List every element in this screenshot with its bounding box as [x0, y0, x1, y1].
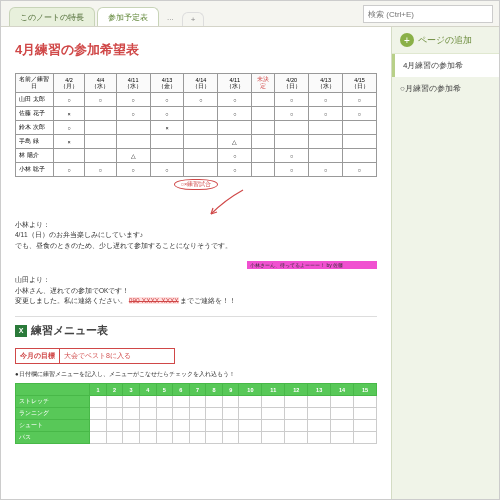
cell[interactable]: ○	[275, 163, 309, 177]
tab-note-features[interactable]: このノートの特長	[9, 7, 95, 26]
add-page-button[interactable]: + ページの追加	[392, 27, 499, 54]
cell[interactable]: △	[218, 135, 252, 149]
cell[interactable]	[184, 121, 218, 135]
cell[interactable]	[275, 135, 309, 149]
cell[interactable]	[85, 135, 116, 149]
cell[interactable]: ○	[218, 93, 252, 107]
cell[interactable]	[252, 163, 275, 177]
cell[interactable]	[309, 149, 343, 163]
menu-cell[interactable]	[123, 420, 140, 432]
menu-cell[interactable]	[239, 396, 262, 408]
menu-cell[interactable]	[222, 408, 239, 420]
menu-cell[interactable]	[239, 408, 262, 420]
menu-cell[interactable]	[222, 432, 239, 444]
menu-cell[interactable]	[106, 408, 123, 420]
cell[interactable]: ○	[218, 163, 252, 177]
cell[interactable]	[150, 135, 184, 149]
menu-cell[interactable]	[331, 396, 354, 408]
cell[interactable]	[343, 135, 377, 149]
menu-cell[interactable]	[156, 420, 173, 432]
menu-cell[interactable]	[106, 432, 123, 444]
menu-cell[interactable]	[308, 432, 331, 444]
page-item-2[interactable]: ○月練習の参加希	[392, 77, 499, 100]
menu-cell[interactable]	[262, 396, 285, 408]
menu-cell[interactable]	[206, 432, 223, 444]
cell[interactable]	[116, 121, 150, 135]
cell[interactable]	[252, 93, 275, 107]
menu-cell[interactable]	[206, 408, 223, 420]
cell[interactable]	[309, 121, 343, 135]
menu-cell[interactable]	[206, 420, 223, 432]
menu-cell[interactable]	[139, 396, 156, 408]
menu-cell[interactable]	[173, 408, 190, 420]
menu-cell[interactable]	[139, 420, 156, 432]
page-item-1[interactable]: 4月練習の参加希	[392, 54, 499, 77]
cell[interactable]: ○	[53, 163, 84, 177]
cell[interactable]	[116, 135, 150, 149]
cell[interactable]: ○	[116, 163, 150, 177]
cell[interactable]: ○	[218, 149, 252, 163]
menu-cell[interactable]	[308, 408, 331, 420]
cell[interactable]	[275, 121, 309, 135]
menu-cell[interactable]	[285, 408, 308, 420]
cell[interactable]: ×	[53, 135, 84, 149]
menu-cell[interactable]	[106, 396, 123, 408]
menu-cell[interactable]	[90, 432, 107, 444]
cell[interactable]	[252, 149, 275, 163]
menu-cell[interactable]	[173, 420, 190, 432]
menu-cell[interactable]	[90, 408, 107, 420]
search-input[interactable]	[363, 5, 493, 23]
menu-cell[interactable]	[139, 432, 156, 444]
menu-cell[interactable]	[331, 432, 354, 444]
menu-cell[interactable]	[331, 420, 354, 432]
cell[interactable]: ○	[116, 93, 150, 107]
cell[interactable]	[343, 121, 377, 135]
cell[interactable]	[309, 135, 343, 149]
cell[interactable]: ○	[150, 93, 184, 107]
cell[interactable]	[184, 107, 218, 121]
menu-cell[interactable]	[222, 396, 239, 408]
menu-cell[interactable]	[285, 420, 308, 432]
menu-cell[interactable]	[239, 420, 262, 432]
cell[interactable]: ○	[150, 163, 184, 177]
menu-cell[interactable]	[331, 408, 354, 420]
menu-cell[interactable]	[173, 396, 190, 408]
menu-cell[interactable]	[262, 432, 285, 444]
cell[interactable]: ○	[85, 93, 116, 107]
menu-cell[interactable]	[90, 396, 107, 408]
cell[interactable]: ○	[343, 107, 377, 121]
menu-cell[interactable]	[123, 432, 140, 444]
cell[interactable]	[85, 107, 116, 121]
cell[interactable]: ○	[150, 107, 184, 121]
menu-cell[interactable]	[239, 432, 262, 444]
menu-cell[interactable]	[354, 396, 377, 408]
menu-cell[interactable]	[189, 432, 206, 444]
cell[interactable]	[150, 149, 184, 163]
cell[interactable]	[252, 107, 275, 121]
cell[interactable]	[53, 149, 84, 163]
tab-more[interactable]: ...	[161, 9, 180, 26]
cell[interactable]	[252, 121, 275, 135]
cell[interactable]: ○	[343, 163, 377, 177]
menu-cell[interactable]	[354, 432, 377, 444]
cell[interactable]: ○	[275, 107, 309, 121]
menu-cell[interactable]	[123, 396, 140, 408]
menu-cell[interactable]	[189, 420, 206, 432]
cell[interactable]: ×	[53, 107, 84, 121]
menu-cell[interactable]	[354, 420, 377, 432]
menu-cell[interactable]	[308, 420, 331, 432]
cell[interactable]: ○	[275, 93, 309, 107]
menu-cell[interactable]	[285, 432, 308, 444]
menu-cell[interactable]	[285, 396, 308, 408]
cell[interactable]: ○	[275, 149, 309, 163]
cell[interactable]: ○	[116, 107, 150, 121]
menu-cell[interactable]	[189, 408, 206, 420]
cell[interactable]	[343, 149, 377, 163]
menu-cell[interactable]	[123, 408, 140, 420]
tab-add[interactable]: +	[182, 12, 205, 26]
menu-cell[interactable]	[156, 432, 173, 444]
cell[interactable]	[85, 149, 116, 163]
cell[interactable]: △	[116, 149, 150, 163]
cell[interactable]: ○	[53, 121, 84, 135]
cell[interactable]: ○	[218, 107, 252, 121]
